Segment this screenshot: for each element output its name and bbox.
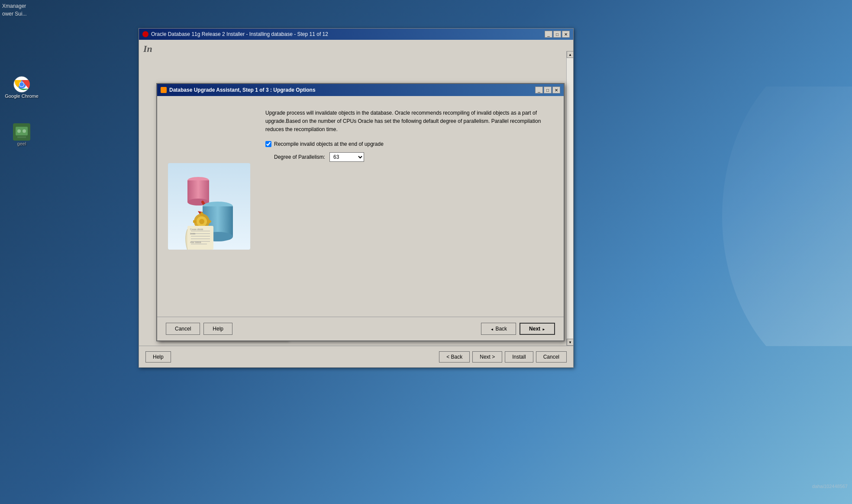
dua-dialog-footer: Cancel Help Back Next <box>157 317 564 340</box>
dua-back-label: Back <box>495 326 507 332</box>
dua-maximize-button[interactable]: □ <box>544 87 552 93</box>
minimize-button[interactable]: _ <box>545 31 552 38</box>
svg-text:ibbbb: ibbbb <box>190 232 195 235</box>
dua-next-label: Next <box>529 326 540 332</box>
dua-illustration: Create dbbbb ibbbb Alter bbbbb <box>168 163 250 250</box>
parallelism-row: Degree of Parallelism: 1 2 4 8 16 32 63 … <box>274 152 551 162</box>
oracle-installer-controls: _ □ ✕ <box>545 31 570 38</box>
installer-step-label: In <box>143 43 152 55</box>
recompile-checkbox[interactable] <box>265 141 271 147</box>
next-arrow-icon <box>542 326 545 332</box>
dua-text-area: Upgrade process will invalidate objects … <box>261 105 555 308</box>
chrome-icon <box>13 76 30 93</box>
close-button[interactable]: ✕ <box>562 31 570 38</box>
desktop-decoration <box>679 87 852 346</box>
scroll-up-arrow[interactable] <box>567 51 574 58</box>
svg-text:Create dbbbb: Create dbbbb <box>190 228 203 231</box>
recompile-checkbox-row: Recompile invalid objects at the end of … <box>265 141 551 147</box>
dua-footer-right: Back Next <box>481 323 555 335</box>
back-arrow-icon <box>490 326 494 332</box>
svg-point-20 <box>199 219 204 224</box>
dua-description: Upgrade process will invalidate objects … <box>265 109 551 134</box>
svg-text:Alter  bbbbb: Alter bbbbb <box>190 241 201 244</box>
svg-rect-23 <box>193 220 197 223</box>
geek-icon <box>13 123 30 141</box>
dua-titlebar: Database Upgrade Assistant, Step 1 of 3 … <box>157 84 564 96</box>
dua-dialog: Database Upgrade Assistant, Step 1 of 3 … <box>156 83 565 341</box>
installer-help-button[interactable]: Help <box>145 351 171 363</box>
installer-install-button[interactable]: Install <box>505 351 533 363</box>
dua-minimize-button[interactable]: _ <box>535 87 543 93</box>
installer-cancel-button[interactable]: Cancel <box>536 351 567 363</box>
chrome-icon-label: Google Chrome <box>5 93 39 99</box>
maximize-button[interactable]: □ <box>553 31 561 38</box>
parallelism-select[interactable]: 1 2 4 8 16 32 63 128 <box>329 152 364 162</box>
oracle-installer-titlebar: Oracle Database 11g Release 2 Installer … <box>139 29 573 40</box>
xmanager-label: Xmanager ower Sui... <box>2 2 27 18</box>
dua-dialog-body: Create dbbbb ibbbb Alter bbbbb Upgrade p… <box>157 96 564 317</box>
dua-footer-left: Cancel Help <box>166 323 232 335</box>
installer-left-buttons: Help <box>145 351 171 363</box>
dua-icon <box>161 87 167 93</box>
dua-help-button[interactable]: Help <box>203 323 232 335</box>
scroll-track[interactable] <box>567 58 573 339</box>
svg-point-7 <box>17 129 21 133</box>
dua-back-button[interactable]: Back <box>481 323 516 335</box>
oracle-title-icon <box>142 31 148 37</box>
installer-right-buttons: < Back Next > Install Cancel <box>439 351 567 363</box>
oracle-installer-content: In Details instantiating '/home/11204/ap… <box>139 40 573 367</box>
svg-rect-6 <box>17 136 26 138</box>
geek-icon-label: geel <box>17 141 26 147</box>
scroll-down-arrow[interactable] <box>567 339 574 346</box>
scroll-up-icon <box>568 52 572 57</box>
watermark: dahai102448567 <box>812 484 848 489</box>
installer-scrollbar[interactable] <box>566 51 573 346</box>
dua-title: Database Upgrade Assistant, Step 1 of 3 … <box>161 87 316 93</box>
dua-close-button[interactable]: ✕ <box>552 87 560 93</box>
scroll-down-icon <box>568 340 572 344</box>
oracle-installer-title: Oracle Database 11g Release 2 Installer … <box>142 31 328 37</box>
dua-cancel-button[interactable]: Cancel <box>166 323 200 335</box>
svg-point-8 <box>23 129 26 133</box>
svg-point-3 <box>19 82 24 87</box>
dua-next-button[interactable]: Next <box>520 323 555 335</box>
dua-image-area: Create dbbbb ibbbb Alter bbbbb <box>166 105 252 308</box>
geek-desktop-icon[interactable]: geel <box>4 123 39 147</box>
dua-controls: _ □ ✕ <box>535 87 560 93</box>
oracle-installer-bottom: Help < Back Next > Install Cancel <box>139 346 573 367</box>
oracle-installer-window: Oracle Database 11g Release 2 Installer … <box>139 28 574 368</box>
installer-back-button[interactable]: < Back <box>439 351 470 363</box>
chrome-desktop-icon[interactable]: Google Chrome <box>4 76 39 99</box>
parallelism-label: Degree of Parallelism: <box>274 154 325 160</box>
installer-next-button[interactable]: Next > <box>472 351 502 363</box>
recompile-label: Recompile invalid objects at the end of … <box>274 141 384 147</box>
